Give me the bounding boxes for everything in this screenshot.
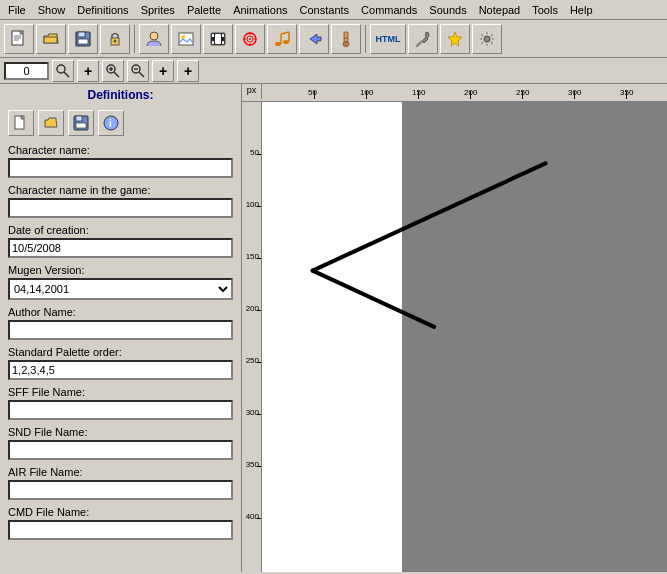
zoom-reset-button[interactable]: + bbox=[152, 60, 174, 82]
panel-save-btn[interactable] bbox=[68, 110, 94, 136]
character-name-input[interactable] bbox=[8, 158, 233, 178]
zoom-out-button[interactable] bbox=[127, 60, 149, 82]
panel-icons: i bbox=[0, 106, 241, 140]
character-name-game-input[interactable] bbox=[8, 198, 233, 218]
character-name-group: Character name: bbox=[8, 144, 233, 178]
panel-info-btn[interactable]: i bbox=[98, 110, 124, 136]
cog-button[interactable] bbox=[472, 24, 502, 54]
svg-line-40 bbox=[64, 72, 69, 77]
star-button[interactable] bbox=[440, 24, 470, 54]
author-name-group: Author Name: bbox=[8, 306, 233, 340]
menubar: File Show Definitions Sprites Palette An… bbox=[0, 0, 667, 20]
author-name-input[interactable] bbox=[8, 320, 233, 340]
music-button[interactable] bbox=[267, 24, 297, 54]
sep1 bbox=[134, 25, 135, 53]
canvas-body: 50100150200250300350400 bbox=[242, 102, 667, 572]
zoom-in-button1[interactable]: + bbox=[77, 60, 99, 82]
svg-point-11 bbox=[150, 32, 158, 40]
open-button[interactable] bbox=[36, 24, 66, 54]
menu-notepad[interactable]: Notepad bbox=[473, 2, 527, 18]
panel-new-btn[interactable] bbox=[8, 110, 34, 136]
snd-file-group: SND File Name: bbox=[8, 426, 233, 460]
svg-rect-12 bbox=[179, 33, 193, 45]
svg-point-38 bbox=[484, 36, 490, 42]
menu-definitions[interactable]: Definitions bbox=[71, 2, 134, 18]
author-name-label: Author Name: bbox=[8, 306, 233, 318]
mugen-version-label: Mugen Version: bbox=[8, 264, 233, 276]
wrench-button[interactable] bbox=[408, 24, 438, 54]
palette-order-input[interactable] bbox=[8, 360, 233, 380]
menu-sprites[interactable]: Sprites bbox=[135, 2, 181, 18]
menu-animations[interactable]: Animations bbox=[227, 2, 293, 18]
arrow-button[interactable] bbox=[299, 24, 329, 54]
menu-show[interactable]: Show bbox=[32, 2, 72, 18]
zoom-input[interactable] bbox=[4, 62, 49, 80]
svg-point-34 bbox=[343, 41, 349, 46]
main-layout: Definitions: i Character name: Character… bbox=[0, 84, 667, 572]
svg-rect-19 bbox=[215, 34, 221, 44]
magnify-button[interactable] bbox=[52, 60, 74, 82]
mugen-version-select[interactable]: 04,14,2001 1.0 1.1 bbox=[8, 278, 233, 300]
svg-point-22 bbox=[249, 38, 251, 40]
sep2 bbox=[365, 25, 366, 53]
zoom-in-button2[interactable] bbox=[102, 60, 124, 82]
panel-title: Definitions: bbox=[0, 84, 241, 106]
html-button[interactable]: HTML bbox=[370, 24, 406, 54]
lock-button[interactable] bbox=[100, 24, 130, 54]
svg-line-55 bbox=[313, 163, 546, 270]
air-file-group: AIR File Name: bbox=[8, 466, 233, 500]
film-button[interactable] bbox=[203, 24, 233, 54]
svg-line-42 bbox=[114, 72, 119, 77]
palette-order-group: Standard Palette order: bbox=[8, 346, 233, 380]
menu-constants[interactable]: Constants bbox=[294, 2, 356, 18]
zoom-fit-button[interactable]: + bbox=[177, 60, 199, 82]
cmd-file-group: CMD File Name: bbox=[8, 506, 233, 540]
svg-rect-17 bbox=[222, 34, 224, 37]
menu-palette[interactable]: Palette bbox=[181, 2, 227, 18]
target-button[interactable] bbox=[235, 24, 265, 54]
svg-rect-7 bbox=[78, 32, 85, 37]
svg-point-10 bbox=[114, 39, 117, 42]
svg-point-39 bbox=[57, 65, 65, 73]
secondary-toolbar: + + + bbox=[0, 58, 667, 84]
canvas-content[interactable] bbox=[262, 102, 667, 572]
panel-open-btn[interactable] bbox=[38, 110, 64, 136]
brush-button[interactable] bbox=[331, 24, 361, 54]
svg-rect-18 bbox=[222, 41, 224, 44]
form-area: Character name: Character name in the ga… bbox=[0, 140, 241, 572]
main-toolbar: HTML bbox=[0, 20, 667, 58]
sff-file-input[interactable] bbox=[8, 400, 233, 420]
menu-tools[interactable]: Tools bbox=[526, 2, 564, 18]
date-creation-label: Date of creation: bbox=[8, 224, 233, 236]
cmd-file-input[interactable] bbox=[8, 520, 233, 540]
new-button[interactable] bbox=[4, 24, 34, 54]
svg-rect-52 bbox=[76, 123, 86, 128]
svg-line-56 bbox=[313, 271, 435, 327]
image-button[interactable] bbox=[171, 24, 201, 54]
date-creation-input[interactable] bbox=[8, 238, 233, 258]
svg-line-31 bbox=[281, 32, 289, 34]
user-button[interactable] bbox=[139, 24, 169, 54]
sff-file-label: SFF File Name: bbox=[8, 386, 233, 398]
mugen-version-group: Mugen Version: 04,14,2001 1.0 1.1 bbox=[8, 264, 233, 300]
menu-commands[interactable]: Commands bbox=[355, 2, 423, 18]
svg-rect-8 bbox=[78, 39, 88, 44]
character-name-label: Character name: bbox=[8, 144, 233, 156]
ruler-corner: px bbox=[242, 84, 262, 99]
menu-help[interactable]: Help bbox=[564, 2, 599, 18]
ruler-marks-top: 50100150200250300350400 bbox=[262, 84, 667, 99]
svg-rect-16 bbox=[212, 41, 214, 44]
svg-rect-15 bbox=[212, 34, 214, 37]
menu-file[interactable]: File bbox=[2, 2, 32, 18]
menu-sounds[interactable]: Sounds bbox=[423, 2, 472, 18]
save-button[interactable] bbox=[68, 24, 98, 54]
snd-file-label: SND File Name: bbox=[8, 426, 233, 438]
left-panel: Definitions: i Character name: Character… bbox=[0, 84, 242, 572]
svg-text:i: i bbox=[109, 118, 112, 129]
snd-file-input[interactable] bbox=[8, 440, 233, 460]
cmd-file-label: CMD File Name: bbox=[8, 506, 233, 518]
canvas-area[interactable]: px 50100150200250300350400 5010015020025… bbox=[242, 84, 667, 572]
air-file-input[interactable] bbox=[8, 480, 233, 500]
date-creation-group: Date of creation: bbox=[8, 224, 233, 258]
svg-rect-5 bbox=[44, 37, 57, 43]
